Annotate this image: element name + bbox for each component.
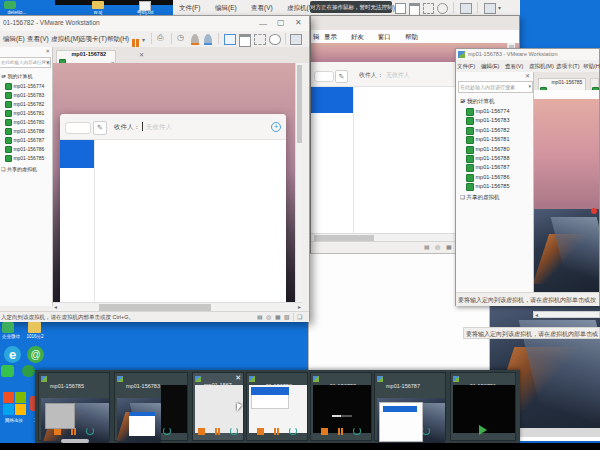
fullscreen-icon[interactable] bbox=[423, 3, 434, 14]
tree-shared[interactable]: ❏ 共享的虚拟机 bbox=[460, 194, 499, 201]
minimize-icon[interactable]: — bbox=[259, 20, 267, 28]
vm-list-item[interactable]: mp01-156781 bbox=[5, 110, 44, 119]
internet-explorer-icon[interactable]: e bbox=[4, 346, 21, 363]
menu-edit[interactable]: 编辑(E) bbox=[215, 4, 237, 13]
menu-vm[interactable]: 虚拟机(M) bbox=[51, 35, 80, 44]
menu-view[interactable]: 查看(V) bbox=[251, 4, 273, 13]
vm-list-item[interactable]: mp01-156780 bbox=[466, 146, 509, 155]
menu-help[interactable]: 帮助(H) bbox=[107, 35, 129, 44]
to-placeholder[interactable]: 无收件人 bbox=[146, 123, 172, 132]
vm-list-item[interactable]: mp01-156780 bbox=[5, 119, 44, 128]
fullscreen-icon[interactable] bbox=[254, 34, 266, 45]
close-thumbnail-icon[interactable]: ✕ bbox=[235, 374, 241, 382]
vm-list-item[interactable]: mp01-156788 bbox=[466, 155, 509, 164]
user-orange-icon[interactable] bbox=[191, 34, 199, 45]
vm-list-item[interactable]: mp01-156787 bbox=[466, 164, 509, 173]
vm-list-item[interactable]: mp01-156785 bbox=[5, 155, 44, 164]
hdd-device-icon[interactable]: ▤ bbox=[424, 244, 430, 250]
chat-bubble-icon[interactable] bbox=[1, 365, 14, 377]
snapshot-icon[interactable] bbox=[460, 3, 472, 14]
tree-shared[interactable]: ❏ 共享的虚拟机 bbox=[1, 166, 37, 172]
message-log-icon[interactable]: ❏ bbox=[297, 314, 302, 320]
unity-icon[interactable] bbox=[269, 34, 281, 45]
compose-icon[interactable]: ✎ bbox=[93, 121, 107, 135]
library-search-input[interactable]: 在此处输入内容进行搜索 ▾ bbox=[458, 81, 533, 93]
pause-vm-icon[interactable] bbox=[273, 421, 280, 428]
chevron-down-icon[interactable]: ▾ bbox=[498, 5, 501, 11]
vm-display[interactable]: 信息 文件 编 bbox=[534, 90, 599, 292]
search-input[interactable] bbox=[314, 71, 334, 82]
vm-list-item[interactable]: mp01-156785 bbox=[466, 183, 509, 192]
maximize-icon[interactable]: ▢ bbox=[277, 19, 285, 27]
vm-list-item[interactable]: mp01-156783 bbox=[5, 92, 44, 101]
stop-vm-icon[interactable] bbox=[321, 428, 328, 435]
reset-vm-icon[interactable] bbox=[86, 427, 94, 435]
reset-vm-icon[interactable] bbox=[289, 427, 297, 435]
reset-vm-icon[interactable] bbox=[353, 427, 361, 435]
folder-icon[interactable] bbox=[28, 322, 41, 333]
browser-spiral-icon[interactable]: @ bbox=[27, 346, 44, 363]
tree-root[interactable]: 🖳 我的计算机 bbox=[1, 73, 32, 79]
layout-single-icon[interactable] bbox=[395, 3, 406, 14]
library-toggle-icon[interactable] bbox=[224, 34, 236, 45]
vm-thumbnail-tile[interactable]: mp01-156783 bbox=[114, 372, 188, 441]
user-blue-icon[interactable] bbox=[204, 34, 212, 45]
vm-tab-active[interactable]: mp01-156782 ✕ bbox=[56, 50, 116, 63]
usb-device-icon[interactable]: ▧ bbox=[284, 314, 290, 320]
reset-vm-icon[interactable] bbox=[163, 427, 171, 435]
vm-list-item[interactable]: mp01-156774 bbox=[466, 108, 509, 117]
stop-vm-icon[interactable] bbox=[54, 428, 61, 435]
mac-menu-clipped[interactable]: 辑 bbox=[313, 33, 320, 42]
menu-file[interactable]: 文件(F) bbox=[457, 63, 475, 70]
menu-help[interactable]: 帮助(H) bbox=[583, 63, 600, 70]
vm-list-item[interactable]: mp01-156788 bbox=[5, 128, 44, 137]
send-ctrl-alt-del-icon[interactable]: ⎙ bbox=[157, 34, 163, 42]
vm-list-item[interactable]: mp01-156781 bbox=[466, 136, 509, 145]
wechat-work-icon[interactable] bbox=[2, 322, 14, 333]
menu-tab[interactable]: 选项卡(T) bbox=[79, 35, 107, 44]
menu-edit[interactable]: 编辑(E) bbox=[3, 35, 25, 44]
vm-list-item[interactable]: mp01-156783 bbox=[466, 117, 509, 126]
hdd-device-icon[interactable]: ▤ bbox=[257, 314, 263, 320]
close-icon[interactable]: ✕ bbox=[295, 19, 302, 27]
scroll-left-icon[interactable]: ◂ bbox=[535, 312, 538, 318]
green-app-icon[interactable] bbox=[22, 365, 35, 377]
vm-thumbnail-tile[interactable]: mp01-156787 bbox=[374, 372, 446, 441]
titlebar[interactable]: 01-156782 - VMware Workstation — ▢ ✕ bbox=[0, 16, 309, 31]
pause-vm-icon[interactable] bbox=[214, 421, 221, 428]
menu-view[interactable]: 查看(V) bbox=[505, 63, 523, 70]
vm-thumbnail-tile-hovered[interactable]: mp01-1567... ✕ bbox=[192, 372, 244, 441]
console-view-icon[interactable] bbox=[484, 3, 496, 14]
vm-display[interactable]: ✎ 收件人： 无收件人 + bbox=[53, 63, 302, 302]
stop-vm-icon[interactable] bbox=[257, 428, 264, 435]
network-device-icon[interactable]: ▦ bbox=[275, 314, 281, 320]
vm-list-item[interactable]: mp01-156786 bbox=[5, 146, 44, 155]
vm-thumbnail-tile[interactable]: mp01-156785 bbox=[38, 372, 110, 441]
add-recipient-icon[interactable]: + bbox=[271, 122, 281, 132]
vm-list-item[interactable]: mp01-156787 bbox=[5, 137, 44, 146]
vscrollbar[interactable] bbox=[295, 63, 302, 302]
cdrom-device-icon[interactable]: ◎ bbox=[266, 314, 271, 320]
vm-list-item[interactable]: mp01-156774 bbox=[5, 83, 44, 92]
mac-menu-help[interactable]: 帮助 bbox=[405, 33, 418, 42]
network-device-icon[interactable]: ▦ bbox=[446, 244, 452, 250]
menu-vm[interactable]: 虚拟机(M) bbox=[529, 63, 554, 70]
close-tab-bar-icon[interactable]: ✕ bbox=[139, 52, 144, 58]
conversation-selected[interactable] bbox=[311, 87, 353, 113]
stop-vm-icon[interactable] bbox=[198, 428, 205, 435]
vm-tab-partial[interactable] bbox=[590, 78, 599, 90]
to-placeholder[interactable]: 无收件人 bbox=[386, 71, 410, 80]
vm-thumbnail-tile[interactable]: mp01-156781 bbox=[450, 372, 516, 441]
mac-menu-view[interactable]: 显示 bbox=[324, 33, 337, 42]
mac-menu-buddies[interactable]: 好友 bbox=[351, 33, 364, 42]
menu-file[interactable]: 文件(F) bbox=[179, 4, 200, 13]
mac-menu-window[interactable]: 窗口 bbox=[378, 33, 391, 42]
cdrom-device-icon[interactable]: ◎ bbox=[435, 244, 440, 250]
vm-tab[interactable]: mp01-156785 ✕ bbox=[538, 78, 586, 90]
vm-thumbnail-tile[interactable]: mp01-156786 bbox=[246, 372, 308, 441]
search-input[interactable] bbox=[65, 122, 91, 134]
desktop-file-icon[interactable] bbox=[4, 1, 16, 9]
menu-edit[interactable]: 编辑(E) bbox=[481, 63, 499, 70]
unity-icon[interactable] bbox=[437, 3, 448, 14]
windows-logo-icon[interactable] bbox=[3, 392, 26, 415]
